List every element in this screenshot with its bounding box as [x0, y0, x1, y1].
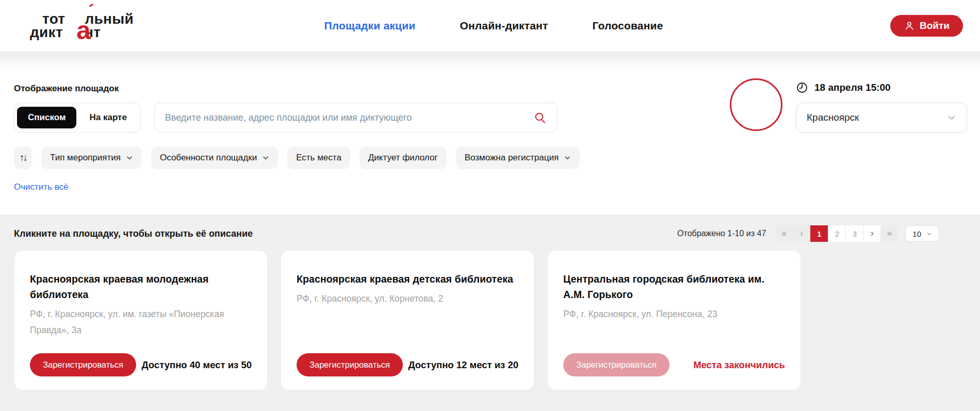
pagination-last-button[interactable]: » [880, 225, 898, 242]
results-section: Кликните на площадку, чтобы открыть её о… [0, 215, 980, 411]
search-input[interactable] [165, 112, 527, 123]
filter-chip-event-type[interactable]: Тип мероприятия [41, 146, 142, 169]
venue-address: РФ, г. Красноярск, ул. Перенсона, 23 [563, 306, 785, 322]
toggle-list-view[interactable]: Списком [17, 107, 76, 128]
filter-chip-label: Возможна регистрация [465, 153, 559, 163]
event-meta: 18 апреля 15:00 Красноярск [796, 78, 967, 133]
results-header-row: Кликните на площадку, чтобы открыть её о… [14, 225, 966, 242]
venue-card[interactable]: Красноярская краевая детская библиотека … [281, 250, 534, 390]
clock-icon [796, 81, 808, 94]
event-datetime: 18 апреля 15:00 [796, 81, 967, 94]
register-button[interactable]: Зарегистрироваться [30, 353, 136, 376]
shown-count-label: Отображено 1-10 из 47 [677, 229, 766, 238]
city-photo-avatar [730, 78, 782, 131]
nav-item-online-dictation[interactable]: Онлайн-диктант [460, 20, 548, 32]
search-icon[interactable] [533, 111, 547, 124]
register-button[interactable]: Зарегистрироваться [563, 353, 669, 376]
chevron-down-icon [564, 154, 571, 161]
venue-card[interactable]: Центральная городская библиотека им. А.М… [547, 250, 801, 390]
venue-address: РФ, г. Красноярск, ул. им. газеты «Пионе… [30, 306, 252, 338]
venue-card[interactable]: Красноярская краевая молодежная библиоте… [14, 250, 268, 390]
logo-line-2: диктнт [30, 26, 159, 39]
pagination: « ‹ 1 2 3 › » [775, 225, 898, 242]
pagination-page-1[interactable]: 1 [810, 225, 828, 242]
chevron-down-icon [926, 231, 932, 237]
nav-item-voting[interactable]: Голосование [592, 20, 663, 32]
nav-item-venues[interactable]: Площадки акции [324, 20, 415, 32]
venue-title: Красноярская краевая молодежная библиоте… [30, 271, 252, 302]
venue-card-footer: Зарегистрироваться Доступно 12 мест из 2… [297, 353, 518, 376]
totaldict-logo[interactable]: тотльный диктнт а ´ [30, 12, 159, 39]
city-select-value: Красноярск [807, 112, 859, 123]
filter-chip-philologist[interactable]: Диктует филолог [360, 146, 447, 169]
city-select[interactable]: Красноярск [796, 103, 967, 133]
clear-all-filters-link[interactable]: Очистить всё [14, 182, 69, 192]
filter-chip-venue-features[interactable]: Особенности площадки [151, 146, 278, 169]
filter-chip-label: Особенности площадки [160, 153, 257, 163]
toggle-map-view[interactable]: На карте [78, 107, 137, 128]
person-icon [904, 20, 915, 31]
filters-panel: Отображение площадок Списком На карте [0, 52, 980, 215]
filter-chip-label: Диктует филолог [368, 153, 438, 163]
login-button-label: Войти [920, 20, 950, 31]
logo-accent-letter: а [76, 20, 91, 42]
pagination-first-button[interactable]: « [775, 225, 793, 242]
seats-status: Места закончились [693, 359, 785, 371]
page-size-value: 10 [912, 229, 921, 238]
filter-chip-label: Тип мероприятия [50, 153, 121, 163]
register-button[interactable]: Зарегистрироваться [297, 353, 403, 376]
event-datetime-label: 18 апреля 15:00 [814, 82, 891, 93]
sort-arrows-icon: ↑↓ [20, 152, 26, 163]
chevron-down-icon [947, 113, 956, 122]
seats-status: Доступно 40 мест из 50 [141, 359, 252, 371]
pagination-page-2[interactable]: 2 [828, 225, 845, 242]
main-nav: Площадки акции Онлайн-диктант Голосовани… [159, 20, 828, 32]
venue-card-footer: Зарегистрироваться Места закончились [563, 353, 785, 376]
view-mode-toggle: Списком На карте [14, 103, 141, 133]
pagination-cluster: Отображено 1-10 из 47 « ‹ 1 2 3 › » 10 [677, 225, 939, 242]
venue-card-footer: Зарегистрироваться Доступно 40 мест из 5… [30, 353, 252, 376]
venue-search [154, 103, 558, 133]
sort-button[interactable]: ↑↓ [14, 146, 32, 169]
site-header: тотльный диктнт а ´ Площадки акции Онлай… [0, 0, 980, 52]
filter-chip-seats-available[interactable]: Есть места [287, 146, 350, 169]
page-size-select[interactable]: 10 [905, 225, 939, 242]
event-info-cluster: 18 апреля 15:00 Красноярск [730, 78, 967, 133]
seats-status: Доступно 12 мест из 20 [408, 359, 518, 371]
login-button[interactable]: Войти [890, 15, 963, 37]
chevron-down-icon [126, 154, 133, 161]
filter-chip-registration[interactable]: Возможна регистрация [456, 146, 580, 169]
filter-chips-row: ↑↓ Тип мероприятия Особенности площадки … [14, 146, 966, 169]
venue-title: Красноярская краевая детская библиотека [297, 271, 518, 287]
filter-chip-label: Есть места [296, 153, 341, 163]
venue-title: Центральная городская библиотека им. А.М… [563, 271, 785, 302]
pagination-prev-button[interactable]: ‹ [793, 225, 810, 242]
pagination-next-button[interactable]: › [863, 225, 880, 242]
venue-cards-grid: Красноярская краевая молодежная библиоте… [14, 250, 966, 390]
chevron-down-icon [262, 154, 269, 161]
pagination-page-3[interactable]: 3 [845, 225, 863, 242]
venue-address: РФ, г. Красноярск, ул. Корнетова, 2 [297, 291, 518, 307]
results-hint: Кликните на площадку, чтобы открыть её о… [14, 228, 253, 239]
